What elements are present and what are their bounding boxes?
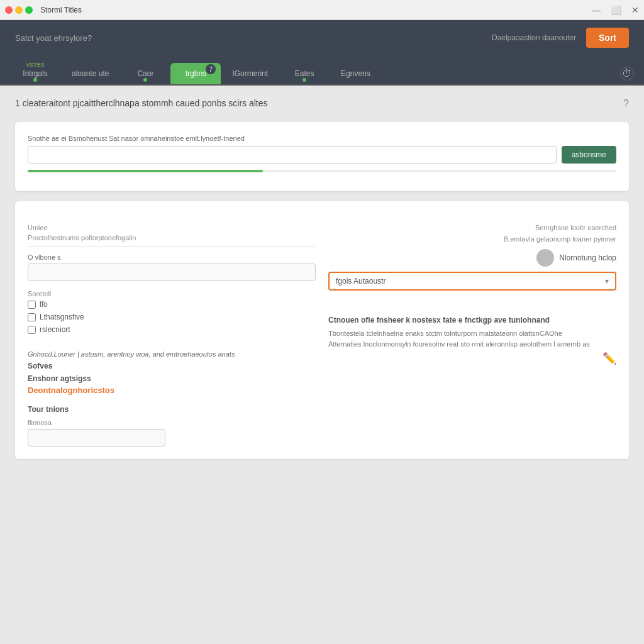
sub-section-title: Enshonr agtsigss	[28, 374, 316, 383]
restore-button[interactable]: ⬜	[611, 5, 621, 15]
tour-input[interactable]	[28, 429, 165, 447]
tour-sub-label: flinnosa	[28, 419, 165, 426]
main-content: 1 cleateraitont pjcaittherclhnapa stommh…	[0, 86, 644, 640]
titlebar: Storml Titles — ⬜ ✕	[0, 0, 644, 20]
close-button[interactable]: ✕	[631, 5, 639, 15]
tab-aloante[interactable]: aloante ute	[60, 63, 120, 84]
tab-egnvens[interactable]: Egnvens	[330, 63, 382, 84]
search-card: Snothe ae ei Bsmohenust Sat nasor omnahe…	[15, 122, 629, 191]
tab-dot-intrgals	[33, 78, 37, 82]
tab-dot-eates	[303, 78, 306, 82]
tab-dot-caor	[143, 78, 147, 82]
window-dots	[5, 6, 33, 14]
search-label: Snothe ae ei Bsmohenust Sat nasor omnahe…	[28, 135, 616, 142]
dropdown-value: fgols Autaoustr	[336, 277, 600, 286]
tour-title: Tour tnions	[28, 405, 316, 414]
sort-button[interactable]: Sort	[586, 28, 629, 48]
titlebar-left: Storml Titles	[5, 6, 82, 14]
form-left-col: Umiee Proctolhestnums poltorptonefogalin…	[28, 224, 316, 447]
tab-badge-trgbns: 7	[206, 64, 216, 74]
page-header: 1 cleateraitont pjcaittherclhnapa stommh…	[15, 98, 629, 109]
form-two-col: Umiee Proctolhestnums poltorptonefogalin…	[28, 224, 616, 447]
info-line-1: Tbontestela tclelnhaelna enaks stctm tol…	[328, 328, 616, 339]
dot-green[interactable]	[25, 6, 33, 14]
dot-yellow[interactable]	[15, 6, 23, 14]
header-right: Daelpaoastion daanouter Sort	[492, 28, 629, 48]
checkboxes-group: Soretell lfo Lthatsgnsfive rslecniort	[28, 290, 84, 338]
dropdown-wrapper[interactable]: fgols Autaoustr ▾	[328, 272, 616, 291]
header-subtitle: Satct yoat ehrsylore?	[15, 33, 92, 43]
tab-eates[interactable]: Eates	[279, 63, 330, 84]
field-group-vlbone: O vlbone s	[28, 253, 316, 281]
nav-tabs: VSTES Intrgals aloante ute Caor 7 trgbns…	[0, 55, 644, 86]
form-card: Umiee Proctolhestnums poltorptonefogalin…	[15, 201, 629, 459]
dropdown-arrow-icon: ▾	[605, 277, 609, 286]
page-title: 1 cleateraitont pjcaittherclhnapa stommh…	[15, 98, 268, 108]
progress-bar-container	[28, 170, 616, 172]
checkbox-rslecniort: rslecniort	[28, 325, 84, 334]
info-title: Ctnouen ofle fnsheer k nostesx fate e fn…	[328, 316, 616, 325]
right-search-sub: B.emtavla gelaonump loaner pyinner	[328, 235, 616, 243]
section-label-umiee: Umiee	[28, 224, 316, 231]
window-title: Storml Titles	[40, 6, 82, 14]
info-line-2: Atternaties lnoclonmonsyln fouresolnv re…	[328, 339, 616, 350]
separator-label: Gnhocd.Louner | astusm, arentnoy woa, an…	[28, 350, 316, 358]
avatar	[536, 249, 554, 267]
edit-icon[interactable]: ✏️	[328, 352, 616, 365]
clock-icon[interactable]: ⏱	[620, 67, 634, 80]
checkbox-lfo-input[interactable]	[28, 301, 36, 309]
field-input-vlbone[interactable]	[28, 264, 316, 281]
header-description: Daelpaoastion daanouter	[492, 33, 576, 42]
avatar-name: Nlornotung hclop	[559, 253, 616, 262]
app-header: Satct yoat ehrsylore? Daelpaoastion daan…	[0, 20, 644, 55]
sofves-title: Sofves	[28, 362, 316, 370]
bottom-two-col: flinnosa	[28, 419, 316, 447]
tab-intrgals[interactable]: VSTES Intrgals	[10, 55, 60, 84]
search-button[interactable]: asbonsme	[562, 146, 616, 164]
info-block: Ctnouen ofle fnsheer k nostesx fate e fn…	[328, 316, 616, 365]
tour-input-group: flinnosa	[28, 419, 165, 447]
tab-caor[interactable]: Caor	[120, 63, 170, 84]
tour-section: Tour tnions flinnosa	[28, 405, 316, 447]
search-section: Snothe ae ei Bsmohenust Sat nasor omnahe…	[28, 135, 616, 164]
search-row: asbonsme	[28, 146, 616, 164]
checkbox-lthatsgnsfive-input[interactable]	[28, 313, 36, 321]
section-sub: Proctolhestnums poltorptonefogalin	[28, 234, 316, 242]
checkbox-lfo: lfo	[28, 300, 84, 309]
tab-group-label: VSTES	[21, 62, 49, 68]
field-label-vlbone: O vlbone s	[28, 253, 316, 261]
help-icon[interactable]: ?	[623, 98, 629, 109]
minimize-button[interactable]: —	[592, 5, 601, 15]
titlebar-controls: — ⬜ ✕	[592, 5, 639, 15]
tab-trgbns[interactable]: 7 trgbns	[170, 63, 221, 84]
form-right-col: Senrghsne looltr eaerched B.emtavla gela…	[328, 224, 616, 447]
checkbox-rslecniort-input[interactable]	[28, 326, 36, 334]
search-input[interactable]	[28, 146, 557, 164]
dot-red[interactable]	[5, 6, 13, 14]
orange-label: Deontnalognhoricstos	[28, 386, 316, 395]
tab-igormerint[interactable]: IGormerint	[221, 63, 279, 84]
avatar-row: Nlornotung hclop	[328, 249, 616, 267]
right-search-label: Senrghsne looltr eaerched	[328, 224, 616, 231]
checkbox-lthatsgnsfive: Lthatsgnsfive	[28, 313, 84, 321]
progress-bar	[28, 170, 263, 172]
checkboxes-title: Soretell	[28, 290, 84, 297]
